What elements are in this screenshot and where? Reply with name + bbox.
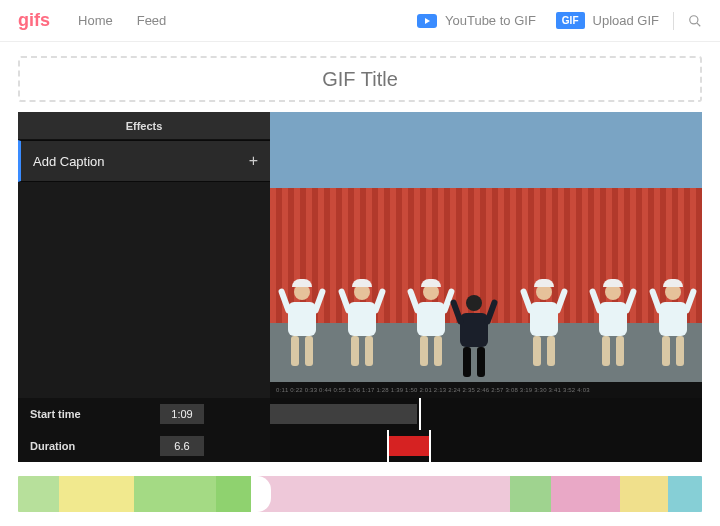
duration-value[interactable]: 6.6 bbox=[160, 436, 204, 456]
youtube-to-gif-label: YouTube to GIF bbox=[445, 13, 536, 28]
add-caption-label: Add Caption bbox=[33, 154, 105, 169]
tab-effects[interactable]: Effects bbox=[18, 112, 270, 140]
time-controls: Start time 1:09 Duration 6.6 bbox=[18, 398, 270, 462]
search-icon[interactable] bbox=[688, 14, 702, 28]
start-time-label: Start time bbox=[30, 408, 160, 420]
video-preview[interactable] bbox=[270, 112, 702, 382]
selection-start-handle[interactable] bbox=[387, 430, 389, 462]
nav-feed[interactable]: Feed bbox=[137, 13, 167, 28]
youtube-to-gif-button[interactable]: YouTube to GIF bbox=[417, 13, 536, 28]
selection-segment[interactable] bbox=[387, 436, 430, 456]
duration-row: Duration 6.6 bbox=[18, 430, 270, 462]
svg-point-0 bbox=[690, 15, 698, 23]
play-icon bbox=[417, 14, 437, 28]
divider bbox=[673, 12, 674, 30]
timeline[interactable] bbox=[270, 398, 702, 462]
scene-segment[interactable] bbox=[251, 476, 511, 512]
sidebar-empty bbox=[18, 182, 270, 398]
upload-gif-button[interactable]: GIF Upload GIF bbox=[556, 12, 659, 29]
scene-segment[interactable] bbox=[216, 476, 250, 512]
time-ruler[interactable]: 0:11 0:22 0:33 0:44 0:55 1:06 1:17 1:28 … bbox=[270, 382, 702, 398]
gif-badge-icon: GIF bbox=[556, 12, 585, 29]
upload-gif-label: Upload GIF bbox=[593, 13, 659, 28]
timeline-segment[interactable] bbox=[270, 404, 417, 424]
start-time-row: Start time 1:09 bbox=[18, 398, 270, 430]
scene-segment[interactable] bbox=[510, 476, 551, 512]
scene-color-strip[interactable] bbox=[18, 476, 702, 512]
scene-segment[interactable] bbox=[668, 476, 702, 512]
scene-segment[interactable] bbox=[551, 476, 619, 512]
timeline-track-bottom[interactable] bbox=[270, 430, 702, 462]
editor: Effects Add Caption + Start time 1:09 Du… bbox=[18, 112, 702, 462]
duration-label: Duration bbox=[30, 440, 160, 452]
scene-segment[interactable] bbox=[620, 476, 668, 512]
top-bar: gifs Home Feed YouTube to GIF GIF Upload… bbox=[0, 0, 720, 42]
start-time-value[interactable]: 1:09 bbox=[160, 404, 204, 424]
logo[interactable]: gifs bbox=[18, 10, 50, 31]
gif-title-input[interactable] bbox=[20, 68, 700, 91]
svg-line-1 bbox=[697, 23, 700, 26]
sidebar: Effects Add Caption + Start time 1:09 Du… bbox=[18, 112, 270, 462]
selection-end-handle[interactable] bbox=[429, 430, 431, 462]
gif-title-container[interactable] bbox=[18, 56, 702, 102]
add-caption-button[interactable]: Add Caption + bbox=[18, 140, 270, 182]
timeline-track-top[interactable] bbox=[270, 398, 702, 430]
video-content bbox=[270, 112, 702, 382]
nav-home[interactable]: Home bbox=[78, 13, 113, 28]
ruler-ticks: 0:11 0:22 0:33 0:44 0:55 1:06 1:17 1:28 … bbox=[276, 387, 590, 393]
playhead[interactable] bbox=[419, 398, 421, 430]
scene-marker[interactable] bbox=[251, 476, 271, 512]
preview-panel: 0:11 0:22 0:33 0:44 0:55 1:06 1:17 1:28 … bbox=[270, 112, 702, 462]
scene-segment[interactable] bbox=[18, 476, 59, 512]
scene-segment[interactable] bbox=[134, 476, 216, 512]
plus-icon: + bbox=[249, 152, 258, 170]
scene-segment[interactable] bbox=[59, 476, 134, 512]
